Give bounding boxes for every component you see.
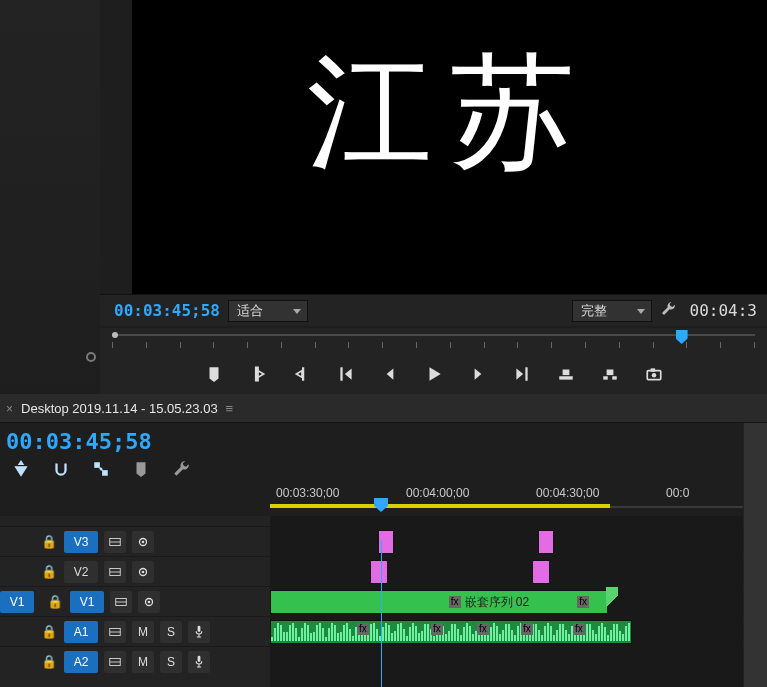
track-label-v3[interactable]: V3	[64, 531, 98, 553]
linked-selection-icon[interactable]	[92, 460, 110, 478]
lift-button[interactable]	[556, 364, 576, 384]
monitor-controls-bar: 00:03:45;58 适合 完整 00:04:3	[100, 294, 767, 326]
fx-badge: fx	[449, 596, 461, 608]
track-label-v1[interactable]: V1	[70, 591, 104, 613]
mute-button[interactable]: M	[132, 621, 154, 643]
source-patch-v1[interactable]: V1	[0, 591, 34, 613]
timeline-timecode[interactable]: 00:03:45;58	[6, 429, 152, 454]
track-header-a2[interactable]: 🔒 A2 M S	[0, 646, 270, 676]
track-headers: 🔒 V3 🔒 V2 V1 🔒 V1	[0, 516, 270, 687]
track-header-v3[interactable]: 🔒 V3	[0, 526, 270, 556]
track-header-v1[interactable]: V1 🔒 V1	[0, 586, 270, 616]
mark-out-button[interactable]	[292, 364, 312, 384]
sync-lock-icon[interactable]	[104, 531, 126, 553]
sync-lock-icon[interactable]	[104, 561, 126, 583]
fx-badge: fx	[577, 596, 589, 608]
svg-rect-20	[198, 625, 201, 631]
track-header-v2[interactable]: 🔒 V2	[0, 556, 270, 586]
timeline-tab-bar: × Desktop 2019.11.14 - 15.05.23.03 ≡	[0, 395, 767, 423]
track-label-v2[interactable]: V2	[64, 561, 98, 583]
track-label-a1[interactable]: A1	[64, 621, 98, 643]
playback-quality-dropdown[interactable]: 完整	[572, 300, 652, 322]
timeline-panel: 00:03:45;58 00:03:30;00 00:04:00;00 00:0…	[0, 423, 767, 687]
svg-rect-7	[650, 368, 655, 371]
sync-lock-icon[interactable]	[104, 621, 126, 643]
lock-icon[interactable]: 🔒	[46, 594, 64, 609]
step-forward-button[interactable]	[468, 364, 488, 384]
toggle-track-output-icon[interactable]	[138, 591, 160, 613]
timeline-tools	[0, 456, 767, 486]
solo-button[interactable]: S	[160, 651, 182, 673]
step-back-button[interactable]	[380, 364, 400, 384]
svg-point-6	[651, 373, 656, 378]
lock-icon[interactable]: 🔒	[40, 564, 58, 579]
fx-badge: fx	[431, 623, 443, 635]
program-monitor: 江苏 00:03:45;58 适合 完整 00:04:3	[100, 0, 767, 394]
tab-menu-icon[interactable]: ≡	[226, 401, 234, 416]
audio-clip[interactable]: fx fx fx fx fx	[270, 620, 632, 644]
sync-lock-icon[interactable]	[104, 651, 126, 673]
ruler-tick-label: 00:04:30;00	[536, 486, 599, 500]
ruler-tick-label: 00:03:30;00	[276, 486, 339, 500]
svg-point-15	[142, 570, 145, 573]
voiceover-mic-icon[interactable]	[188, 651, 210, 673]
right-panel-sliver	[743, 423, 767, 687]
ruler-tick-label: 00:0	[666, 486, 689, 500]
timeline-settings-icon[interactable]	[172, 460, 190, 478]
timeline-playhead-line[interactable]	[381, 540, 382, 687]
ruler-tick-label: 00:04:00;00	[406, 486, 469, 500]
lock-icon[interactable]: 🔒	[40, 654, 58, 669]
sequence-tab-title[interactable]: Desktop 2019.11.14 - 15.05.23.03	[21, 401, 218, 416]
track-header-a1[interactable]: 🔒 A1 M S	[0, 616, 270, 646]
toggle-track-output-icon[interactable]	[132, 531, 154, 553]
snap-icon[interactable]	[52, 460, 70, 478]
video-clip[interactable]	[370, 560, 388, 584]
insert-sequence-icon[interactable]	[12, 460, 30, 478]
sync-lock-icon[interactable]	[110, 591, 132, 613]
svg-rect-2	[603, 376, 608, 379]
project-panel-sidebar	[0, 0, 100, 394]
zoom-fit-dropdown[interactable]: 适合	[228, 300, 308, 322]
lock-icon[interactable]: 🔒	[40, 624, 58, 639]
fx-badge: fx	[477, 623, 489, 635]
monitor-out-timecode[interactable]: 00:04:3	[690, 301, 757, 320]
tab-close-button[interactable]: ×	[6, 402, 13, 416]
clip-label: 嵌套序列 02	[465, 594, 530, 611]
video-clip[interactable]	[538, 530, 554, 554]
add-marker-button[interactable]	[204, 364, 224, 384]
video-clip[interactable]	[532, 560, 550, 584]
svg-rect-9	[102, 470, 108, 476]
settings-wrench-icon[interactable]	[660, 301, 676, 320]
voiceover-mic-icon[interactable]	[188, 621, 210, 643]
clip-end-transition[interactable]	[606, 587, 618, 616]
lock-icon[interactable]: 🔒	[40, 534, 58, 549]
marker-tool-icon[interactable]	[132, 460, 150, 478]
svg-rect-0	[559, 376, 573, 379]
export-frame-button[interactable]	[644, 364, 664, 384]
svg-rect-3	[612, 376, 617, 379]
track-label-a2[interactable]: A2	[64, 651, 98, 673]
mute-button[interactable]: M	[132, 651, 154, 673]
toggle-track-output-icon[interactable]	[132, 561, 154, 583]
nested-sequence-clip[interactable]: fx 嵌套序列 02 fx	[270, 590, 608, 614]
go-to-out-button[interactable]	[512, 364, 532, 384]
svg-rect-22	[198, 655, 201, 661]
resize-handle-icon[interactable]	[86, 352, 96, 362]
fx-badge: fx	[357, 623, 369, 635]
monitor-time-ruler[interactable]	[100, 328, 767, 354]
mark-in-button[interactable]	[248, 364, 268, 384]
fx-badge: fx	[573, 623, 585, 635]
solo-button[interactable]: S	[160, 621, 182, 643]
timeline-tracks-body[interactable]: fx 嵌套序列 02 fx fx fx fx fx	[270, 516, 767, 687]
monitor-timecode[interactable]: 00:03:45;58	[114, 301, 220, 320]
timeline-playhead-marker[interactable]	[374, 498, 388, 512]
go-to-in-button[interactable]	[336, 364, 356, 384]
timeline-ruler[interactable]: 00:03:30;00 00:04:00;00 00:04:30;00 00:0	[270, 486, 767, 516]
transport-controls	[100, 354, 767, 394]
preview-title-text: 江苏	[307, 30, 593, 198]
extract-button[interactable]	[600, 364, 620, 384]
svg-rect-8	[94, 462, 100, 468]
play-button[interactable]	[424, 364, 444, 384]
fx-badge: fx	[521, 623, 533, 635]
svg-rect-4	[606, 370, 613, 376]
